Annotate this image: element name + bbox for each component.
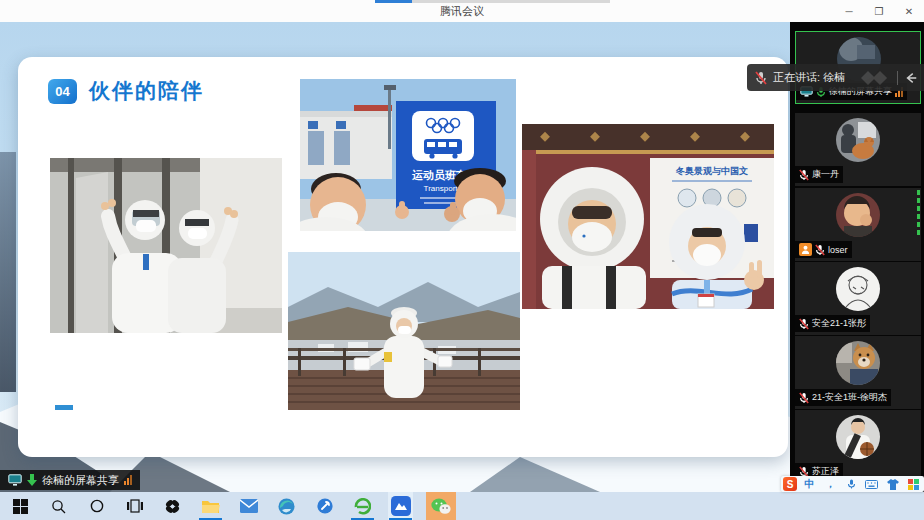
screen-share-badge: 徐楠的屏幕共享 (0, 470, 140, 490)
avatar-sketch-drawing (836, 267, 880, 311)
member-person-icon (799, 243, 812, 256)
toolbox-grid-icon[interactable] (903, 479, 924, 490)
banner-divider (897, 71, 898, 85)
wechat-icon[interactable] (426, 492, 456, 520)
window-controls: ─ ❐ ✕ (834, 0, 924, 22)
avatar-person-with-cat (836, 118, 880, 162)
cortana-icon[interactable] (84, 492, 109, 520)
participant-name: 安全21-1张彤 (812, 317, 866, 330)
close-button[interactable]: ✕ (894, 0, 924, 22)
participant-label: 安全21-1张彤 (795, 315, 870, 332)
maximize-button[interactable]: ❐ (864, 0, 894, 22)
mic-muted-icon (799, 392, 809, 404)
sogou-input-bar: S 中 ， (781, 476, 924, 492)
meeting-watermark-icon (861, 70, 891, 86)
avatar-man-face (836, 193, 880, 237)
participant-name: 康一丹 (812, 168, 839, 181)
participant-tile-kangyidan[interactable]: 康一丹 (795, 113, 921, 186)
app-window: 腾讯会议 ─ ❐ ✕ 04 伙伴的陪伴 (0, 0, 924, 520)
browser-360-icon[interactable] (350, 492, 375, 520)
photo-exhibition-selfie: 冬奥景观与中国文 (522, 124, 774, 309)
avatar-basketball-person (836, 415, 880, 459)
edge-browser-icon[interactable] (274, 492, 299, 520)
sidebar-scrollbar[interactable] (917, 190, 920, 238)
participant-tile-suzhengze[interactable]: 苏正泽 (795, 410, 921, 483)
mail-icon[interactable] (236, 492, 261, 520)
blue-tool-icon[interactable] (312, 492, 337, 520)
sogou-logo-icon[interactable]: S (783, 477, 797, 491)
participant-label: 21-安全1班-徐明杰 (795, 389, 891, 406)
mic-muted-icon (799, 318, 809, 330)
avatar-shiba-dog (836, 341, 880, 385)
signal-bars-icon (124, 475, 132, 485)
mic-muted-icon (799, 169, 809, 181)
slide-number-badge: 04 (48, 79, 77, 104)
photo-protective-suits (50, 158, 282, 333)
mic-muted-icon (815, 244, 825, 256)
slide-page-marker (55, 405, 73, 410)
soft-keyboard-icon[interactable] (861, 480, 882, 489)
slide-header: 04 伙伴的陪伴 (48, 77, 204, 105)
top-edge-gray-strip (412, 0, 610, 3)
skin-shirt-icon[interactable] (882, 479, 903, 490)
participant-tile-xumingjie[interactable]: 21-安全1班-徐明杰 (795, 336, 921, 409)
windows-taskbar: S 19:04 周日 2022/3/6 1 (0, 492, 924, 520)
title-bar: 腾讯会议 (0, 0, 924, 22)
slide-title: 伙伴的陪伴 (89, 77, 204, 105)
punctuation-toggle[interactable]: ， (820, 477, 841, 491)
speaking-banner: 正在讲话: 徐楠 (747, 64, 924, 91)
task-view-icon[interactable] (122, 492, 147, 520)
tencent-meeting-icon[interactable] (388, 492, 413, 520)
shared-screen-area: 04 伙伴的陪伴 (0, 22, 790, 492)
photo-transport-mall-selfie: 运动员班车站 Transport M (300, 79, 516, 231)
participants-sidebar: 徐楠的屏幕共享 (790, 22, 924, 492)
pinwheel-app-icon[interactable] (160, 492, 185, 520)
collapse-arrow-icon[interactable] (904, 71, 918, 85)
participant-label: 康一丹 (795, 166, 843, 183)
participant-name: 21-安全1班-徐明杰 (812, 391, 887, 404)
top-edge-blue-strip (375, 0, 412, 3)
svg-text:冬奥景观与中国文: 冬奥景观与中国文 (675, 166, 748, 176)
monitor-icon (8, 474, 22, 486)
presentation-slide: 04 伙伴的陪伴 (18, 57, 788, 457)
audio-down-arrow-icon (27, 474, 37, 486)
participant-label: loser (795, 241, 852, 258)
share-badge-text: 徐楠的屏幕共享 (42, 473, 119, 488)
voice-input-icon[interactable] (841, 478, 862, 490)
participant-tile-loser[interactable]: loser (795, 188, 921, 261)
minimize-button[interactable]: ─ (834, 0, 864, 22)
photo-bridge-volunteer (288, 252, 520, 410)
participant-name: loser (828, 245, 848, 255)
search-icon[interactable] (46, 492, 71, 520)
start-button[interactable] (8, 492, 33, 520)
input-mode-chinese[interactable]: 中 (799, 477, 820, 491)
file-explorer-icon[interactable] (198, 492, 223, 520)
muted-mic-icon (755, 71, 767, 85)
participant-tile-zhangtong[interactable]: 安全21-1张彤 (795, 262, 921, 335)
speaking-text: 正在讲话: 徐楠 (773, 70, 845, 85)
window-title: 腾讯会议 (0, 4, 924, 19)
